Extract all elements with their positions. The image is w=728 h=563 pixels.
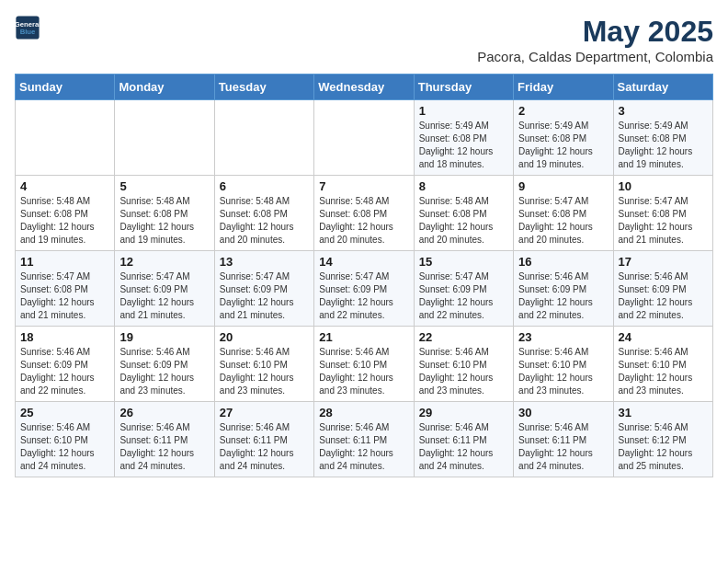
calendar-week-1: 1Sunrise: 5:49 AM Sunset: 6:08 PM Daylig… [16, 100, 713, 176]
calendar-cell [214, 100, 313, 176]
calendar-week-2: 4Sunrise: 5:48 AM Sunset: 6:08 PM Daylig… [16, 176, 713, 251]
calendar-cell: 9Sunrise: 5:47 AM Sunset: 6:08 PM Daylig… [514, 176, 613, 251]
day-info: Sunrise: 5:46 AM Sunset: 6:11 PM Dayligh… [119, 421, 209, 473]
day-number: 29 [419, 406, 508, 419]
day-info: Sunrise: 5:49 AM Sunset: 6:08 PM Dayligh… [419, 120, 508, 171]
calendar-cell: 12Sunrise: 5:47 AM Sunset: 6:09 PM Dayli… [115, 251, 214, 327]
day-info: Sunrise: 5:47 AM Sunset: 6:09 PM Dayligh… [419, 270, 508, 322]
day-info: Sunrise: 5:48 AM Sunset: 6:08 PM Dayligh… [220, 195, 309, 247]
day-info: Sunrise: 5:48 AM Sunset: 6:08 PM Dayligh… [419, 195, 508, 247]
calendar-cell: 25Sunrise: 5:46 AM Sunset: 6:10 PM Dayli… [16, 402, 115, 477]
day-info: Sunrise: 5:46 AM Sunset: 6:09 PM Dayligh… [518, 270, 608, 322]
header: General Blue May 2025 Pacora, Caldas Dep… [15, 15, 713, 64]
day-info: Sunrise: 5:46 AM Sunset: 6:10 PM Dayligh… [619, 346, 708, 397]
day-number: 28 [319, 406, 408, 419]
calendar-cell: 16Sunrise: 5:46 AM Sunset: 6:09 PM Dayli… [514, 251, 613, 327]
header-saturday: Saturday [613, 75, 712, 100]
day-info: Sunrise: 5:46 AM Sunset: 6:10 PM Dayligh… [419, 346, 508, 397]
day-info: Sunrise: 5:47 AM Sunset: 6:08 PM Dayligh… [619, 195, 708, 247]
day-info: Sunrise: 5:46 AM Sunset: 6:11 PM Dayligh… [220, 421, 309, 473]
calendar-cell: 29Sunrise: 5:46 AM Sunset: 6:11 PM Dayli… [414, 402, 513, 477]
day-number: 27 [220, 406, 309, 419]
calendar-cell: 5Sunrise: 5:48 AM Sunset: 6:08 PM Daylig… [115, 176, 214, 251]
calendar-header-row: SundayMondayTuesdayWednesdayThursdayFrid… [16, 75, 713, 100]
day-number: 13 [220, 255, 309, 269]
calendar-cell: 6Sunrise: 5:48 AM Sunset: 6:08 PM Daylig… [214, 176, 313, 251]
calendar-week-3: 11Sunrise: 5:47 AM Sunset: 6:08 PM Dayli… [16, 251, 713, 327]
day-number: 9 [518, 179, 608, 193]
header-wednesday: Wednesday [314, 75, 414, 100]
calendar-cell: 2Sunrise: 5:49 AM Sunset: 6:08 PM Daylig… [514, 100, 613, 176]
day-number: 23 [518, 330, 608, 344]
calendar-cell: 3Sunrise: 5:49 AM Sunset: 6:08 PM Daylig… [613, 100, 712, 176]
day-number: 19 [119, 330, 209, 344]
svg-text:Blue: Blue [20, 28, 36, 36]
day-info: Sunrise: 5:46 AM Sunset: 6:09 PM Dayligh… [619, 270, 708, 322]
day-number: 6 [220, 179, 309, 193]
day-number: 5 [119, 179, 209, 193]
day-number: 18 [20, 330, 109, 344]
calendar-week-5: 25Sunrise: 5:46 AM Sunset: 6:10 PM Dayli… [16, 402, 713, 477]
day-number: 31 [619, 406, 708, 419]
calendar-cell: 15Sunrise: 5:47 AM Sunset: 6:09 PM Dayli… [414, 251, 513, 327]
day-number: 25 [20, 406, 109, 419]
svg-text:General: General [15, 20, 40, 29]
day-info: Sunrise: 5:48 AM Sunset: 6:08 PM Dayligh… [20, 195, 109, 247]
header-tuesday: Tuesday [214, 75, 313, 100]
calendar-cell: 14Sunrise: 5:47 AM Sunset: 6:09 PM Dayli… [314, 251, 414, 327]
day-info: Sunrise: 5:48 AM Sunset: 6:08 PM Dayligh… [319, 195, 408, 247]
day-number: 10 [619, 179, 708, 193]
day-number: 20 [220, 330, 309, 344]
day-info: Sunrise: 5:46 AM Sunset: 6:12 PM Dayligh… [619, 421, 708, 473]
title-area: May 2025 Pacora, Caldas Department, Colo… [477, 15, 713, 64]
day-info: Sunrise: 5:46 AM Sunset: 6:11 PM Dayligh… [419, 421, 508, 473]
day-number: 15 [419, 255, 508, 269]
day-info: Sunrise: 5:47 AM Sunset: 6:08 PM Dayligh… [518, 195, 608, 247]
day-info: Sunrise: 5:46 AM Sunset: 6:11 PM Dayligh… [518, 421, 608, 473]
day-number: 12 [119, 255, 209, 269]
day-number: 4 [20, 179, 109, 193]
calendar-cell: 13Sunrise: 5:47 AM Sunset: 6:09 PM Dayli… [214, 251, 313, 327]
header-monday: Monday [115, 75, 214, 100]
day-info: Sunrise: 5:46 AM Sunset: 6:10 PM Dayligh… [20, 421, 109, 473]
calendar-cell: 27Sunrise: 5:46 AM Sunset: 6:11 PM Dayli… [214, 402, 313, 477]
calendar-cell: 10Sunrise: 5:47 AM Sunset: 6:08 PM Dayli… [613, 176, 712, 251]
day-info: Sunrise: 5:46 AM Sunset: 6:10 PM Dayligh… [220, 346, 309, 397]
day-info: Sunrise: 5:48 AM Sunset: 6:08 PM Dayligh… [119, 195, 209, 247]
day-number: 11 [20, 255, 109, 269]
day-info: Sunrise: 5:46 AM Sunset: 6:10 PM Dayligh… [319, 346, 408, 397]
calendar-cell: 28Sunrise: 5:46 AM Sunset: 6:11 PM Dayli… [314, 402, 414, 477]
day-info: Sunrise: 5:49 AM Sunset: 6:08 PM Dayligh… [619, 120, 708, 171]
day-number: 22 [419, 330, 508, 344]
calendar-cell: 20Sunrise: 5:46 AM Sunset: 6:10 PM Dayli… [214, 327, 313, 402]
day-info: Sunrise: 5:47 AM Sunset: 6:09 PM Dayligh… [220, 270, 309, 322]
calendar-cell [115, 100, 214, 176]
day-number: 3 [619, 104, 708, 118]
header-friday: Friday [514, 75, 613, 100]
day-number: 2 [518, 104, 608, 118]
calendar-cell: 18Sunrise: 5:46 AM Sunset: 6:09 PM Dayli… [16, 327, 115, 402]
day-info: Sunrise: 5:47 AM Sunset: 6:08 PM Dayligh… [20, 270, 109, 322]
calendar-cell: 17Sunrise: 5:46 AM Sunset: 6:09 PM Dayli… [613, 251, 712, 327]
calendar-cell: 4Sunrise: 5:48 AM Sunset: 6:08 PM Daylig… [16, 176, 115, 251]
day-info: Sunrise: 5:46 AM Sunset: 6:10 PM Dayligh… [518, 346, 608, 397]
calendar-cell [16, 100, 115, 176]
calendar-cell: 1Sunrise: 5:49 AM Sunset: 6:08 PM Daylig… [414, 100, 513, 176]
day-number: 21 [319, 330, 408, 344]
day-number: 8 [419, 179, 508, 193]
day-info: Sunrise: 5:46 AM Sunset: 6:09 PM Dayligh… [119, 346, 209, 397]
day-number: 24 [619, 330, 708, 344]
location: Pacora, Caldas Department, Colombia [477, 49, 713, 64]
day-number: 17 [619, 255, 708, 269]
month-year: May 2025 [477, 15, 713, 49]
calendar-cell [314, 100, 414, 176]
calendar-week-4: 18Sunrise: 5:46 AM Sunset: 6:09 PM Dayli… [16, 327, 713, 402]
calendar-cell: 26Sunrise: 5:46 AM Sunset: 6:11 PM Dayli… [115, 402, 214, 477]
calendar-cell: 31Sunrise: 5:46 AM Sunset: 6:12 PM Dayli… [613, 402, 712, 477]
calendar-cell: 7Sunrise: 5:48 AM Sunset: 6:08 PM Daylig… [314, 176, 414, 251]
day-info: Sunrise: 5:47 AM Sunset: 6:09 PM Dayligh… [119, 270, 209, 322]
logo-icon: General Blue [15, 15, 40, 40]
calendar-cell: 19Sunrise: 5:46 AM Sunset: 6:09 PM Dayli… [115, 327, 214, 402]
calendar-cell: 11Sunrise: 5:47 AM Sunset: 6:08 PM Dayli… [16, 251, 115, 327]
day-info: Sunrise: 5:46 AM Sunset: 6:09 PM Dayligh… [20, 346, 109, 397]
